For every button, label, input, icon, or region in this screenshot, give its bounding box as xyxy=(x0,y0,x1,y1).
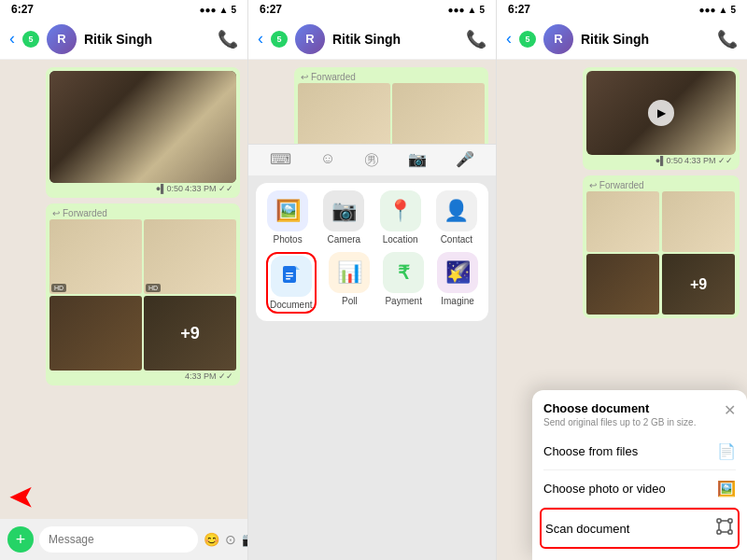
choose-photo-video-option[interactable]: Choose photo or video 🖼️ xyxy=(543,470,736,508)
photo-cell-2: HD xyxy=(144,219,236,294)
status-bar-2: 6:27 ●●● ▲ 5 xyxy=(248,0,496,19)
avatar-2: R xyxy=(295,24,325,54)
photo-grid-2: +9 xyxy=(298,83,485,144)
svg-rect-1 xyxy=(286,273,293,274)
scan-icon-svg xyxy=(715,517,734,536)
red-arrow: ➤ xyxy=(9,483,33,515)
camera-icon-1[interactable]: 📷 xyxy=(242,532,248,547)
imagine-icon: 🌠 xyxy=(437,252,478,293)
close-doc-sheet-button[interactable]: ✕ xyxy=(724,401,736,419)
svg-rect-7 xyxy=(728,530,732,534)
choose-files-label: Choose from files xyxy=(543,444,638,458)
battery-icon-2: 5 xyxy=(479,5,485,15)
bg-video-thumb: ▶ xyxy=(586,71,736,155)
photo-cell-2b xyxy=(392,83,485,144)
bg-p3 xyxy=(586,254,659,315)
bg-ts: 4:33 PM ✓✓ xyxy=(684,156,733,165)
photo-cell-1: HD xyxy=(49,219,142,294)
back-button-1[interactable]: ‹ xyxy=(9,29,15,49)
contact-icon-glyph: 👤 xyxy=(444,199,469,223)
choose-photo-icon: 🖼️ xyxy=(717,480,736,497)
bg-play-btn: ▶ xyxy=(648,100,674,126)
scan-document-option[interactable]: Scan document xyxy=(540,508,740,549)
photos-label: Photos xyxy=(274,234,303,245)
bg-photos: ↩ Forwarded +9 xyxy=(583,175,740,318)
contact-name-1: Ritik Singh xyxy=(84,32,210,47)
gif-icon[interactable]: ㊚ xyxy=(364,150,379,170)
photos-icon: 🖼️ xyxy=(267,190,308,231)
bg-video: ▶ ●▌0:50 4:33 PM ✓✓ xyxy=(583,67,740,170)
emoji-icon-1[interactable]: 😊 xyxy=(204,532,219,547)
payment-label: Payment xyxy=(385,296,421,306)
call-icon-1[interactable]: 📞 xyxy=(218,29,238,49)
poll-icon-glyph: 📊 xyxy=(337,260,362,285)
status-icons-3: ●●● ▲ 5 xyxy=(698,5,736,15)
video-message: ▶ ●▌0:50 4:33 PM ✓✓ xyxy=(46,67,240,198)
attach-camera[interactable]: 📷 Camera xyxy=(323,190,364,245)
choose-files-option[interactable]: Choose from files 📄 xyxy=(543,433,736,470)
document-picker-sheet: Choose document Send original files up t… xyxy=(532,390,747,560)
svg-rect-2 xyxy=(286,275,293,277)
unread-badge-1: 5 xyxy=(22,31,39,48)
bg-fwd: ↩ Forwarded xyxy=(586,179,736,191)
imagine-icon-glyph: 🌠 xyxy=(445,260,471,285)
keyboard-icon[interactable]: ⌨ xyxy=(270,150,291,170)
attach-document[interactable]: Document xyxy=(266,252,317,314)
wifi-icon-3: ▲ xyxy=(719,5,728,15)
video-timestamp: 4:33 PM ✓✓ xyxy=(185,184,233,193)
status-icons-1: ●●● ▲ 5 xyxy=(199,5,236,15)
wifi-icon-2: ▲ xyxy=(468,5,477,15)
signal-icon: ●●● xyxy=(199,5,216,15)
panel-3: 6:27 ●●● ▲ 5 ‹ 5 R Ritik Singh 📞 ▶ ●▌0:5… xyxy=(497,0,747,560)
sticker-icon-1[interactable]: ⊙ xyxy=(225,532,236,547)
forwarded-bubble-1: ↩Forwarded HD HD +9 4:33 PM ✓✓ xyxy=(46,203,240,385)
unread-badge-3: 5 xyxy=(519,31,536,48)
message-input-1[interactable] xyxy=(39,526,198,553)
attach-imagine[interactable]: 🌠 Imagine xyxy=(437,252,478,314)
doc-sheet-header: Choose document Send original files up t… xyxy=(543,401,736,427)
emoji-toolbar-icon[interactable]: ☺ xyxy=(320,150,335,170)
attach-location[interactable]: 📍 Location xyxy=(380,190,421,245)
contact-name-2: Ritik Singh xyxy=(332,32,458,47)
photo-cell-plus: +9 xyxy=(144,296,236,371)
back-button-3[interactable]: ‹ xyxy=(506,29,512,49)
call-icon-2[interactable]: 📞 xyxy=(466,29,486,49)
camera-icon: 📷 xyxy=(323,190,364,231)
bg-p1 xyxy=(586,191,659,252)
attach-plus-button[interactable]: + xyxy=(7,526,34,553)
avatar-1: R xyxy=(47,24,77,54)
doc-picker-overlay: ▶ ●▌0:50 4:33 PM ✓✓ ↩ Forwarded +9 xyxy=(497,60,747,560)
call-icon-3[interactable]: 📞 xyxy=(717,29,738,49)
battery-icon: 5 xyxy=(231,5,236,15)
mic-toolbar-icon[interactable]: 🎤 xyxy=(456,150,474,170)
document-icon xyxy=(271,256,312,297)
video-thumbnail: ▶ xyxy=(49,71,236,183)
payment-icon-glyph: ₹ xyxy=(398,261,410,284)
chat-area-1: ▶ ●▌0:50 4:33 PM ✓✓ ↩Forwarded HD HD +9 xyxy=(0,60,247,519)
scan-document-icon xyxy=(715,517,734,539)
choose-photo-label: Choose photo or video xyxy=(543,482,666,496)
status-icons-2: ●●● ▲ 5 xyxy=(447,5,485,15)
choose-files-icon: 📄 xyxy=(717,442,736,460)
camera-icon-glyph: 📷 xyxy=(331,199,357,223)
back-button-2[interactable]: ‹ xyxy=(258,29,263,49)
camera-toolbar-icon[interactable]: 📷 xyxy=(408,150,427,170)
photo-cell-3 xyxy=(49,296,142,371)
contact-label: Contact xyxy=(441,234,472,245)
input-bar-1: + 😊 ⊙ 📷 🎤 xyxy=(0,519,247,560)
time-2: 6:27 xyxy=(260,3,282,16)
photos-timestamp: 4:33 PM ✓✓ xyxy=(185,371,233,381)
chat-header-2: ‹ 5 R Ritik Singh 📞 xyxy=(248,19,496,60)
attach-grid: 🖼️ Photos 📷 Camera 📍 Location 👤 xyxy=(256,183,488,321)
svg-rect-3 xyxy=(286,278,290,280)
attach-payment[interactable]: ₹ Payment xyxy=(383,252,424,314)
poll-label: Poll xyxy=(342,296,358,306)
attach-poll[interactable]: 📊 Poll xyxy=(329,252,370,314)
toolbar-icons: ⌨ ☺ ㊚ 📷 🎤 xyxy=(248,144,496,175)
signal-icon-3: ●●● xyxy=(698,5,715,15)
attach-contact[interactable]: 👤 Contact xyxy=(436,190,477,245)
svg-rect-5 xyxy=(728,519,732,523)
imagine-label: Imagine xyxy=(441,296,474,306)
wifi-icon: ▲ xyxy=(219,5,229,15)
attach-photos[interactable]: 🖼️ Photos xyxy=(267,190,308,245)
